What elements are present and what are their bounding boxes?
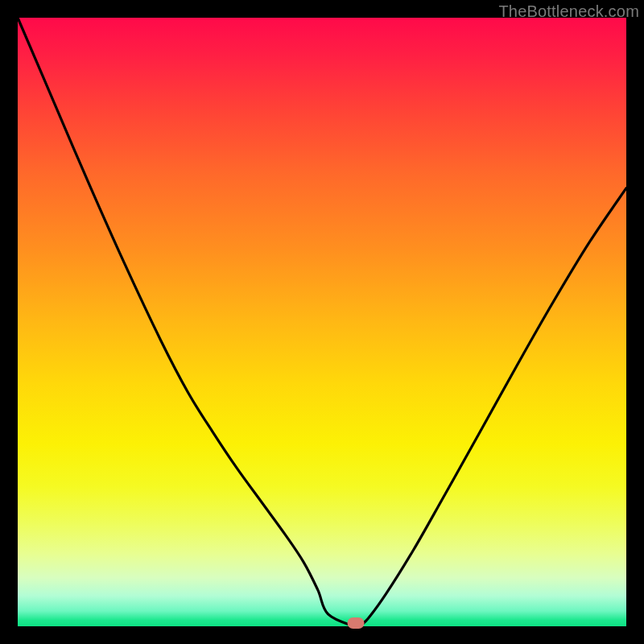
bottleneck-curve <box>18 18 626 626</box>
watermark-text: TheBottleneck.com <box>498 2 639 21</box>
minimum-marker <box>347 617 364 629</box>
chart-frame <box>18 18 626 626</box>
plot-area <box>18 18 626 626</box>
